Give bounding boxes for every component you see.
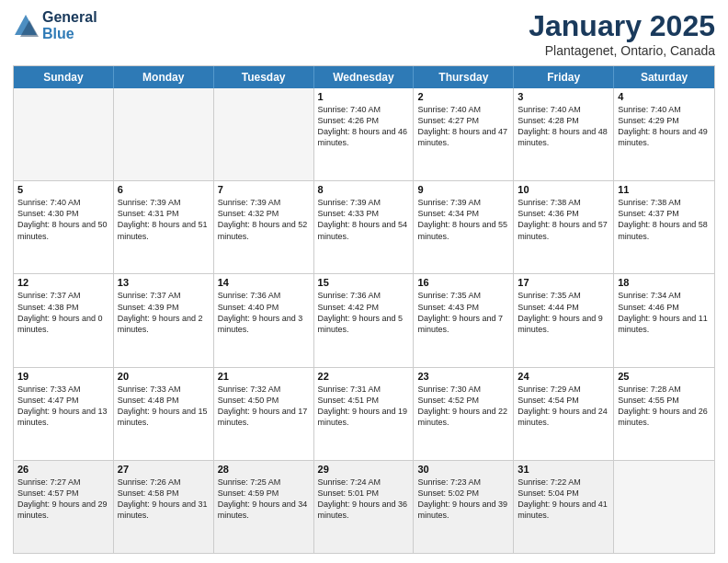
cal-cell: 13Sunrise: 7:37 AM Sunset: 4:39 PM Dayli… [114,274,214,366]
cal-cell: 5Sunrise: 7:40 AM Sunset: 4:30 PM Daylig… [14,181,114,273]
logo-text-general: General [42,9,97,26]
cal-cell [14,88,114,180]
cal-cell: 21Sunrise: 7:32 AM Sunset: 4:50 PM Dayli… [214,368,314,460]
cal-cell: 3Sunrise: 7:40 AM Sunset: 4:28 PM Daylig… [514,88,614,180]
day-info: Sunrise: 7:40 AM Sunset: 4:29 PM Dayligh… [618,104,711,149]
day-number: 23 [417,371,509,382]
cal-cell [114,88,214,180]
day-number: 11 [618,184,711,195]
header-day-sunday: Sunday [14,66,114,88]
day-info: Sunrise: 7:38 AM Sunset: 4:36 PM Dayligh… [518,197,609,242]
day-number: 2 [417,91,509,102]
week-row-2: 5Sunrise: 7:40 AM Sunset: 4:30 PM Daylig… [14,180,714,273]
day-info: Sunrise: 7:31 AM Sunset: 4:51 PM Dayligh… [318,384,410,429]
cal-cell: 23Sunrise: 7:30 AM Sunset: 4:52 PM Dayli… [414,368,514,460]
day-info: Sunrise: 7:38 AM Sunset: 4:37 PM Dayligh… [618,197,711,242]
day-number: 10 [518,184,609,195]
header: General Blue January 2025 Plantagenet, O… [13,9,715,58]
cal-cell: 10Sunrise: 7:38 AM Sunset: 4:36 PM Dayli… [514,181,614,273]
calendar-header: SundayMondayTuesdayWednesdayThursdayFrid… [14,66,714,88]
day-number: 31 [518,464,609,475]
cal-cell: 8Sunrise: 7:39 AM Sunset: 4:33 PM Daylig… [314,181,415,273]
cal-cell [614,461,714,553]
cal-cell: 17Sunrise: 7:35 AM Sunset: 4:44 PM Dayli… [514,274,614,366]
cal-cell: 31Sunrise: 7:22 AM Sunset: 5:04 PM Dayli… [514,461,614,553]
cal-cell: 22Sunrise: 7:31 AM Sunset: 4:51 PM Dayli… [314,368,415,460]
location: Plantagenet, Ontario, Canada [529,43,715,58]
page: General Blue January 2025 Plantagenet, O… [0,0,728,563]
cal-cell: 2Sunrise: 7:40 AM Sunset: 4:27 PM Daylig… [414,88,514,180]
day-info: Sunrise: 7:40 AM Sunset: 4:28 PM Dayligh… [518,104,609,149]
day-number: 7 [218,184,310,195]
day-number: 1 [318,91,410,102]
day-info: Sunrise: 7:32 AM Sunset: 4:50 PM Dayligh… [218,384,310,429]
week-row-3: 12Sunrise: 7:37 AM Sunset: 4:38 PM Dayli… [14,273,714,366]
header-day-wednesday: Wednesday [314,66,415,88]
day-number: 16 [417,277,509,288]
day-info: Sunrise: 7:39 AM Sunset: 4:33 PM Dayligh… [318,197,410,242]
day-info: Sunrise: 7:24 AM Sunset: 5:01 PM Dayligh… [318,477,410,522]
day-number: 8 [318,184,410,195]
cal-cell: 12Sunrise: 7:37 AM Sunset: 4:38 PM Dayli… [14,274,114,366]
day-info: Sunrise: 7:29 AM Sunset: 4:54 PM Dayligh… [518,384,609,429]
day-info: Sunrise: 7:40 AM Sunset: 4:26 PM Dayligh… [318,104,410,149]
day-number: 12 [17,277,109,288]
logo-text-blue: Blue [42,26,97,42]
day-info: Sunrise: 7:23 AM Sunset: 5:02 PM Dayligh… [417,477,509,522]
header-day-monday: Monday [114,66,214,88]
calendar: SundayMondayTuesdayWednesdayThursdayFrid… [13,65,715,554]
day-info: Sunrise: 7:33 AM Sunset: 4:48 PM Dayligh… [118,384,210,429]
day-info: Sunrise: 7:25 AM Sunset: 4:59 PM Dayligh… [218,477,310,522]
cal-cell: 9Sunrise: 7:39 AM Sunset: 4:34 PM Daylig… [414,181,514,273]
cal-cell: 20Sunrise: 7:33 AM Sunset: 4:48 PM Dayli… [114,368,214,460]
day-number: 30 [417,464,509,475]
cal-cell: 25Sunrise: 7:28 AM Sunset: 4:55 PM Dayli… [614,368,714,460]
day-number: 17 [518,277,609,288]
cal-cell: 29Sunrise: 7:24 AM Sunset: 5:01 PM Dayli… [314,461,415,553]
day-info: Sunrise: 7:34 AM Sunset: 4:46 PM Dayligh… [618,290,711,335]
day-number: 28 [218,464,310,475]
logo-icon [13,13,39,39]
day-info: Sunrise: 7:22 AM Sunset: 5:04 PM Dayligh… [518,477,609,522]
cal-cell [214,88,314,180]
day-info: Sunrise: 7:35 AM Sunset: 4:44 PM Dayligh… [518,290,609,335]
cal-cell: 15Sunrise: 7:36 AM Sunset: 4:42 PM Dayli… [314,274,415,366]
cal-cell: 14Sunrise: 7:36 AM Sunset: 4:40 PM Dayli… [214,274,314,366]
day-number: 9 [417,184,509,195]
day-info: Sunrise: 7:40 AM Sunset: 4:27 PM Dayligh… [417,104,509,149]
day-info: Sunrise: 7:39 AM Sunset: 4:32 PM Dayligh… [218,197,310,242]
header-day-thursday: Thursday [414,66,514,88]
day-number: 27 [118,464,210,475]
day-number: 19 [17,371,109,382]
cal-cell: 30Sunrise: 7:23 AM Sunset: 5:02 PM Dayli… [414,461,514,553]
day-number: 21 [218,371,310,382]
day-info: Sunrise: 7:39 AM Sunset: 4:31 PM Dayligh… [118,197,210,242]
cal-cell: 16Sunrise: 7:35 AM Sunset: 4:43 PM Dayli… [414,274,514,366]
day-info: Sunrise: 7:37 AM Sunset: 4:39 PM Dayligh… [118,290,210,335]
title-area: January 2025 Plantagenet, Ontario, Canad… [529,9,715,58]
cal-cell: 24Sunrise: 7:29 AM Sunset: 4:54 PM Dayli… [514,368,614,460]
day-number: 5 [17,184,109,195]
day-number: 15 [318,277,410,288]
day-info: Sunrise: 7:33 AM Sunset: 4:47 PM Dayligh… [17,384,109,429]
cal-cell: 7Sunrise: 7:39 AM Sunset: 4:32 PM Daylig… [214,181,314,273]
day-info: Sunrise: 7:28 AM Sunset: 4:55 PM Dayligh… [618,384,711,429]
header-day-friday: Friday [514,66,614,88]
day-number: 25 [618,371,711,382]
day-info: Sunrise: 7:36 AM Sunset: 4:40 PM Dayligh… [218,290,310,335]
day-info: Sunrise: 7:36 AM Sunset: 4:42 PM Dayligh… [318,290,410,335]
day-number: 24 [518,371,609,382]
day-number: 4 [618,91,711,102]
cal-cell: 27Sunrise: 7:26 AM Sunset: 4:58 PM Dayli… [114,461,214,553]
day-number: 6 [118,184,210,195]
cal-cell: 4Sunrise: 7:40 AM Sunset: 4:29 PM Daylig… [614,88,714,180]
day-info: Sunrise: 7:37 AM Sunset: 4:38 PM Dayligh… [17,290,109,335]
day-number: 20 [118,371,210,382]
week-row-1: 1Sunrise: 7:40 AM Sunset: 4:26 PM Daylig… [14,88,714,180]
cal-cell: 18Sunrise: 7:34 AM Sunset: 4:46 PM Dayli… [614,274,714,366]
day-info: Sunrise: 7:35 AM Sunset: 4:43 PM Dayligh… [417,290,509,335]
day-info: Sunrise: 7:26 AM Sunset: 4:58 PM Dayligh… [118,477,210,522]
cal-cell: 11Sunrise: 7:38 AM Sunset: 4:37 PM Dayli… [614,181,714,273]
cal-cell: 19Sunrise: 7:33 AM Sunset: 4:47 PM Dayli… [14,368,114,460]
header-day-tuesday: Tuesday [214,66,314,88]
